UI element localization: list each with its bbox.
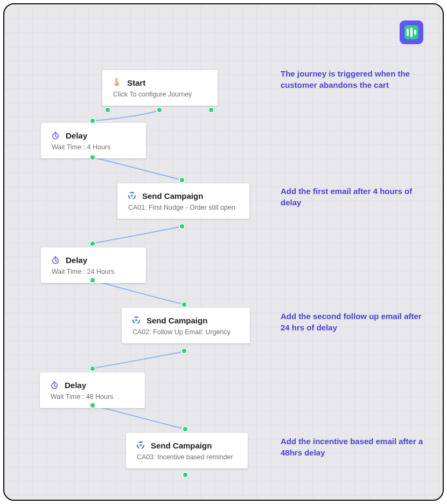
node-campaign-3[interactable]: Send Campaign CA03: Incentive based remi… — [126, 433, 248, 468]
node-title: Start — [127, 78, 145, 87]
stopwatch-icon — [51, 255, 60, 265]
connector-dot[interactable] — [89, 402, 96, 409]
connector-dot[interactable] — [182, 426, 188, 432]
connector-dot[interactable] — [208, 107, 214, 113]
node-campaign-1[interactable]: Send Campaign CA01: First Nudge - Order … — [117, 183, 249, 219]
campaign-icon — [136, 440, 145, 450]
node-delay-1[interactable]: Delay Wait Time : 4 Hours — [41, 123, 146, 158]
node-title: Delay — [66, 131, 87, 140]
connector-dot[interactable] — [156, 107, 163, 113]
node-subtitle: CA02: Follow Up Email: Urgency — [131, 328, 239, 336]
node-title: Delay — [65, 381, 86, 390]
campaign-icon — [127, 191, 137, 201]
node-subtitle: CA03: Incentive based reminder — [136, 453, 237, 461]
node-subtitle: Click To configure Journey — [112, 91, 207, 98]
node-subtitle: Wait Time : 4 Hours — [51, 143, 135, 151]
annotation-1: The journey is triggered when the custom… — [281, 68, 426, 91]
node-title: Send Campaign — [142, 191, 203, 201]
connector-dot[interactable] — [89, 365, 96, 372]
connector-dot[interactable] — [89, 118, 96, 124]
brand-logo — [400, 20, 423, 44]
stopwatch-icon — [50, 380, 59, 390]
journey-canvas[interactable]: Start Click To configure Journey Delay W… — [3, 3, 444, 501]
connector-dot[interactable] — [179, 177, 185, 183]
node-title: Send Campaign — [146, 316, 207, 325]
node-start[interactable]: Start Click To configure Journey — [102, 70, 218, 106]
connector-dot[interactable] — [182, 472, 188, 478]
node-subtitle: CA01: First Nudge - Order still open — [127, 204, 239, 211]
connector-dot[interactable] — [104, 107, 111, 113]
annotation-2: Add the first email after 4 hours of del… — [281, 185, 426, 208]
connector-dot[interactable] — [89, 240, 96, 247]
node-title: Send Campaign — [151, 441, 212, 450]
svg-point-6 — [135, 319, 138, 322]
node-campaign-2[interactable]: Send Campaign CA02: Follow Up Email: Urg… — [122, 308, 250, 343]
node-subtitle: Wait Time : 24 Hours — [51, 268, 135, 275]
svg-point-3 — [131, 195, 134, 197]
node-title: Delay — [66, 256, 87, 265]
annotation-3: Add the second follow up email after 24 … — [281, 310, 426, 333]
svg-point-9 — [139, 444, 142, 447]
annotation-4: Add the incentive based email after a 48… — [281, 436, 426, 458]
connector-dot[interactable] — [181, 301, 187, 308]
connector-dot[interactable] — [179, 223, 185, 230]
connector-dot[interactable] — [181, 348, 187, 354]
connector-dot[interactable] — [89, 277, 96, 284]
connector-dot[interactable] — [89, 154, 96, 161]
campaign-icon — [131, 315, 141, 325]
tap-icon — [112, 78, 122, 87]
node-subtitle: Wait Time : 48 Hours — [50, 393, 134, 401]
stopwatch-icon — [51, 130, 60, 140]
